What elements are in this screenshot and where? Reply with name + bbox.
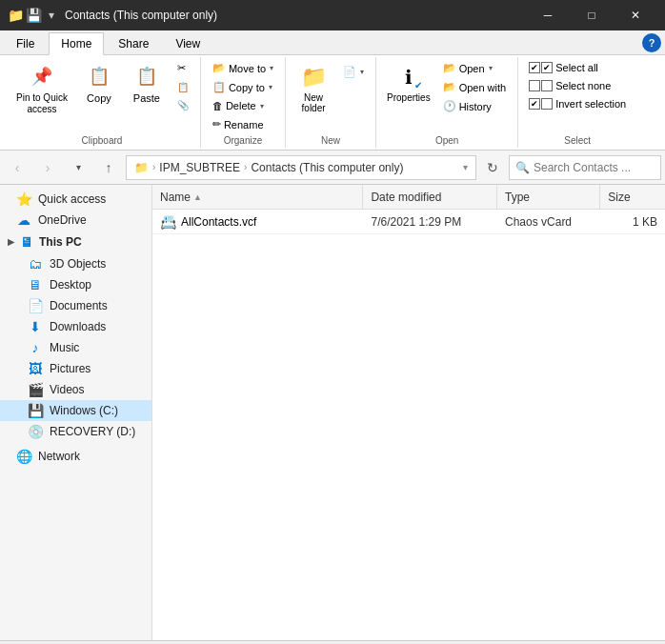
- quick-access-label: Quick access: [38, 192, 106, 206]
- desktop-label: Desktop: [50, 278, 91, 292]
- table-row[interactable]: 📇 AllContacts.vcf 7/6/2021 1:29 PM Chaos…: [152, 210, 665, 234]
- new-label: New: [321, 133, 340, 146]
- col-date-label: Date modified: [371, 191, 441, 204]
- new-folder-label: Newfolder: [302, 92, 326, 113]
- copy-label: Copy: [87, 92, 111, 105]
- status-bar: 1 item ⊞ ☰: [0, 640, 665, 644]
- copy-to-button[interactable]: 📋 Copy to ▾: [207, 78, 279, 96]
- select-all-label: Select all: [555, 62, 598, 73]
- desktop-icon: 🖥: [27, 277, 44, 292]
- file-area: Name ▲ Date modified Type Size 📇 AllCont…: [152, 185, 665, 640]
- file-name-cell: 📇 AllContacts.vcf: [152, 214, 363, 230]
- maximize-button[interactable]: □: [570, 0, 614, 30]
- copy-to-icon: 📋: [212, 81, 226, 93]
- tab-view[interactable]: View: [163, 32, 212, 54]
- sidebar-item-music[interactable]: ♪ Music: [0, 337, 151, 358]
- path-dropdown-arrow[interactable]: ▾: [463, 162, 468, 172]
- move-to-button[interactable]: 📂 Move to ▾: [207, 59, 279, 77]
- search-input[interactable]: [534, 161, 655, 174]
- file-date-cell: 7/6/2021 1:29 PM: [363, 215, 497, 229]
- sidebar-item-recovery-d[interactable]: 💿 RECOVERY (D:): [0, 421, 151, 442]
- recent-locations-button[interactable]: ▾: [65, 154, 91, 181]
- sidebar-item-this-pc[interactable]: ▶ 🖥 This PC: [0, 231, 151, 253]
- forward-button[interactable]: ›: [34, 154, 61, 181]
- minimize-button[interactable]: ─: [526, 0, 570, 30]
- window-controls[interactable]: ─ □ ✕: [526, 0, 657, 30]
- history-button[interactable]: 🕐 History: [437, 97, 513, 115]
- col-size[interactable]: Size: [600, 185, 665, 209]
- pictures-label: Pictures: [50, 362, 91, 375]
- ribbon-group-open: ℹ ✔ Properties 📂 Open ▾ 📂 Open with 🕐 Hi…: [376, 57, 518, 148]
- documents-icon: 📄: [27, 298, 44, 313]
- sidebar-item-downloads[interactable]: ⬇ Downloads: [0, 316, 151, 337]
- copy-path-button[interactable]: 📋: [171, 79, 194, 95]
- col-name[interactable]: Name ▲: [152, 185, 363, 209]
- close-button[interactable]: ✕: [614, 0, 657, 30]
- sidebar-item-onedrive[interactable]: ☁ OneDrive: [0, 210, 151, 231]
- sidebar-item-documents[interactable]: 📄 Documents: [0, 295, 151, 316]
- col-type[interactable]: Type: [497, 185, 600, 209]
- copy-to-label: Copy to: [229, 82, 265, 93]
- properties-check-icon: ✔: [414, 80, 422, 91]
- refresh-button[interactable]: ↻: [480, 155, 505, 180]
- tab-share[interactable]: Share: [106, 32, 161, 54]
- file-size-cell: 1 KB: [600, 215, 665, 229]
- open-button[interactable]: 📂 Open ▾: [437, 59, 513, 77]
- sidebar-item-network[interactable]: 🌐 Network: [0, 446, 151, 467]
- address-path[interactable]: 📁 › IPM_SUBTREE › Contacts (This compute…: [126, 155, 476, 180]
- select-all-button[interactable]: ✔ ✔ Select all: [524, 59, 631, 76]
- tab-file[interactable]: File: [4, 32, 47, 54]
- path-segment-ipm: IPM_SUBTREE: [159, 161, 240, 174]
- properties-label: Properties: [387, 92, 431, 103]
- tab-home[interactable]: Home: [49, 32, 104, 55]
- delete-label: Delete: [226, 100, 256, 111]
- sidebar-item-videos[interactable]: 🎬 Videos: [0, 379, 151, 400]
- new-folder-button[interactable]: 📁 Newfolder: [292, 59, 335, 118]
- open-with-button[interactable]: 📂 Open with: [437, 78, 513, 96]
- copy-button[interactable]: 📋 Copy: [76, 59, 122, 110]
- pin-to-quick-access-button[interactable]: 📌 Pin to Quickaccess: [10, 59, 74, 120]
- col-date[interactable]: Date modified: [363, 185, 497, 209]
- recovery-d-label: RECOVERY (D:): [50, 425, 135, 438]
- app-icon-save: 💾: [26, 8, 41, 23]
- help-button[interactable]: ?: [642, 33, 661, 52]
- open-arrow: ▾: [489, 64, 493, 72]
- col-size-label: Size: [608, 191, 630, 204]
- select-none-button[interactable]: Select none: [524, 77, 631, 94]
- paste-shortcut-button[interactable]: 📎: [171, 97, 194, 113]
- cut-button[interactable]: ✂: [171, 59, 194, 77]
- search-box: 🔍: [509, 155, 661, 180]
- delete-icon: 🗑: [212, 100, 223, 111]
- new-item-icon: 📄: [343, 66, 356, 78]
- invert-selection-button[interactable]: ✔ Invert selection: [524, 95, 631, 112]
- select-none-label: Select none: [555, 80, 611, 91]
- sidebar-item-windows-c[interactable]: 💾 Windows (C:): [0, 400, 151, 421]
- open-items: ℹ ✔ Properties 📂 Open ▾ 📂 Open with 🕐 Hi…: [382, 59, 512, 133]
- history-icon: 🕐: [443, 100, 456, 112]
- ribbon: 📌 Pin to Quickaccess 📋 Copy 📋 Paste ✂ 📋 …: [0, 55, 665, 151]
- properties-button[interactable]: ℹ ✔ Properties: [382, 59, 435, 108]
- back-button[interactable]: ‹: [4, 154, 30, 181]
- rename-button[interactable]: ✏ Rename: [207, 115, 279, 133]
- ribbon-group-new: 📁 Newfolder 📄 ▾ New: [286, 57, 376, 148]
- sidebar-item-desktop[interactable]: 🖥 Desktop: [0, 274, 151, 295]
- sidebar: ⭐ Quick access ☁ OneDrive ▶ 🖥 This PC 🗂 …: [0, 185, 152, 640]
- paste-button[interactable]: 📋 Paste: [124, 59, 170, 110]
- copy-icon: 📋: [86, 64, 112, 91]
- properties-icon-wrap: ℹ ✔: [395, 64, 422, 91]
- 3d-objects-icon: 🗂: [27, 256, 44, 272]
- delete-button[interactable]: 🗑 Delete ▾: [207, 97, 279, 114]
- rename-icon: ✏: [212, 118, 221, 131]
- new-item-button[interactable]: 📄 ▾: [337, 63, 370, 81]
- this-pc-arrow: ▶: [8, 237, 14, 247]
- file-size: 1 KB: [633, 215, 657, 229]
- clipboard-label: Clipboard: [82, 133, 123, 146]
- new-item-arrow: ▾: [360, 68, 364, 76]
- open-sub-buttons: 📂 Open ▾ 📂 Open with 🕐 History: [437, 59, 513, 115]
- move-to-icon: 📂: [212, 62, 226, 74]
- sidebar-item-3d-objects[interactable]: 🗂 3D Objects: [0, 253, 151, 274]
- up-button[interactable]: ↑: [95, 154, 122, 181]
- sidebar-item-pictures[interactable]: 🖼 Pictures: [0, 358, 151, 379]
- open-icon: 📂: [443, 62, 456, 74]
- sidebar-item-quick-access[interactable]: ⭐ Quick access: [0, 189, 151, 210]
